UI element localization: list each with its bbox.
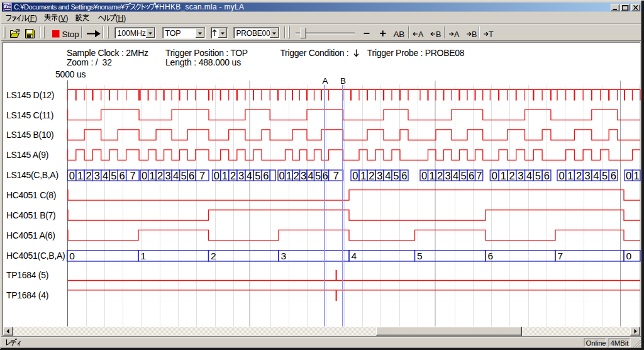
svg-text:TP1684 (4): TP1684 (4) xyxy=(6,290,48,300)
svg-text:LS145(C,B,A): LS145(C,B,A) xyxy=(6,170,58,180)
svg-text:5: 5 xyxy=(315,170,321,181)
svg-text:5: 5 xyxy=(535,170,541,181)
svg-text:Trigger Probe : PROBE08: Trigger Probe : PROBE08 xyxy=(367,48,465,58)
svg-text:2: 2 xyxy=(157,170,163,181)
svg-text:1: 1 xyxy=(150,170,155,181)
svg-text:1: 1 xyxy=(633,170,639,181)
svg-text:B: B xyxy=(436,30,441,39)
svg-text:Online: Online xyxy=(586,339,606,347)
svg-text:2: 2 xyxy=(437,170,443,181)
svg-text:1: 1 xyxy=(567,170,573,181)
svg-text:0: 0 xyxy=(352,170,358,181)
svg-text:100MHz: 100MHz xyxy=(118,29,146,38)
svg-text:HC4051(C,B,A): HC4051(C,B,A) xyxy=(6,251,65,261)
svg-text:4: 4 xyxy=(247,170,252,181)
svg-text:C:¥Documents and Settings¥nona: C:¥Documents and Settings¥noname¥ xyxy=(14,3,125,11)
svg-text:3: 3 xyxy=(301,170,306,181)
svg-text:LS145 B(10): LS145 B(10) xyxy=(6,130,53,140)
svg-text:3: 3 xyxy=(445,170,450,181)
svg-text:5: 5 xyxy=(602,170,608,181)
svg-text:0: 0 xyxy=(214,170,219,181)
svg-text:2: 2 xyxy=(509,170,514,181)
svg-text:3: 3 xyxy=(585,170,591,181)
svg-text:Trigger Condition :: Trigger Condition : xyxy=(280,48,348,58)
svg-text:2: 2 xyxy=(230,170,236,181)
svg-text:3: 3 xyxy=(165,170,171,181)
svg-text:6: 6 xyxy=(469,170,474,181)
svg-text:B: B xyxy=(472,30,477,39)
svg-text:5: 5 xyxy=(393,170,399,181)
svg-text:6: 6 xyxy=(488,251,494,261)
svg-text:PROBE00: PROBE00 xyxy=(236,29,270,38)
svg-text:2: 2 xyxy=(576,170,582,181)
svg-text:4: 4 xyxy=(526,170,532,181)
svg-text:LS145 A(9): LS145 A(9) xyxy=(6,150,48,160)
svg-text:Trigger Position : TOP: Trigger Position : TOP xyxy=(165,48,248,58)
svg-text:4: 4 xyxy=(173,170,179,181)
svg-text:6: 6 xyxy=(544,170,550,181)
svg-text:1: 1 xyxy=(141,251,147,261)
svg-text:Length : 488.000 us: Length : 488.000 us xyxy=(165,57,241,67)
svg-text:7: 7 xyxy=(130,170,136,181)
svg-text:1: 1 xyxy=(360,170,366,181)
svg-text:4: 4 xyxy=(593,170,599,181)
svg-text:1: 1 xyxy=(222,170,228,181)
svg-text:0: 0 xyxy=(421,170,427,181)
svg-text:TP1684 (5): TP1684 (5) xyxy=(6,270,48,280)
svg-text:A: A xyxy=(418,30,424,39)
svg-text:5: 5 xyxy=(417,251,423,261)
svg-text:A: A xyxy=(322,76,328,86)
svg-text:5: 5 xyxy=(111,170,116,181)
svg-text:5: 5 xyxy=(181,170,187,181)
svg-text:4: 4 xyxy=(103,170,108,181)
svg-text:6: 6 xyxy=(189,170,194,181)
svg-text:LS145 D(12): LS145 D(12) xyxy=(6,90,54,100)
svg-text:5: 5 xyxy=(460,170,466,181)
svg-text:AB: AB xyxy=(394,30,405,39)
svg-text:5: 5 xyxy=(255,170,260,181)
svg-text:6: 6 xyxy=(263,170,269,181)
svg-text:(H): (H) xyxy=(116,14,126,23)
svg-text:7: 7 xyxy=(333,170,339,181)
svg-text:4: 4 xyxy=(352,251,357,261)
svg-text:6: 6 xyxy=(401,170,407,181)
svg-text:4MBit: 4MBit xyxy=(611,339,630,347)
svg-text:LS145 C(11): LS145 C(11) xyxy=(6,110,53,120)
svg-text:0: 0 xyxy=(69,251,75,261)
svg-text:0: 0 xyxy=(69,170,75,181)
svg-text:4: 4 xyxy=(453,170,458,181)
svg-text:0: 0 xyxy=(279,170,284,181)
svg-text:4: 4 xyxy=(308,170,313,181)
svg-text:B: B xyxy=(340,76,346,86)
svg-text:1: 1 xyxy=(77,170,83,181)
svg-text:2: 2 xyxy=(369,170,374,181)
svg-text:TOP: TOP xyxy=(165,29,181,38)
svg-text:2: 2 xyxy=(211,251,216,261)
svg-text:HC4051 B(7): HC4051 B(7) xyxy=(6,210,55,220)
svg-text:7: 7 xyxy=(199,170,205,181)
svg-text:5000 us: 5000 us xyxy=(55,69,86,79)
svg-text:2: 2 xyxy=(293,170,299,181)
svg-text:3: 3 xyxy=(518,170,523,181)
svg-text:3: 3 xyxy=(281,251,287,261)
svg-text:HC4051 C(8): HC4051 C(8) xyxy=(6,190,56,200)
svg-text:3: 3 xyxy=(377,170,382,181)
svg-text:Zoom : / 32: Zoom : / 32 xyxy=(67,57,112,67)
svg-text:1: 1 xyxy=(501,170,506,181)
svg-text:0: 0 xyxy=(626,251,632,261)
svg-text:2: 2 xyxy=(86,170,91,181)
svg-text:Stop: Stop xyxy=(62,30,79,39)
svg-text:(V): (V) xyxy=(58,14,68,23)
svg-text:1: 1 xyxy=(286,170,292,181)
svg-text:HC4051 A(6): HC4051 A(6) xyxy=(6,230,55,240)
svg-text:7: 7 xyxy=(558,251,564,261)
svg-text:Sample Clock : 2MHz: Sample Clock : 2MHz xyxy=(67,48,148,58)
svg-text:0: 0 xyxy=(492,170,497,181)
svg-text:0: 0 xyxy=(142,170,147,181)
svg-text:1: 1 xyxy=(429,170,435,181)
svg-text:3: 3 xyxy=(94,170,100,181)
svg-text:7: 7 xyxy=(476,170,482,181)
svg-text:4: 4 xyxy=(385,170,391,181)
svg-text:6: 6 xyxy=(611,170,616,181)
svg-text:¥HHKB_scan.mla - myLA: ¥HHKB_scan.mla - myLA xyxy=(154,3,244,11)
